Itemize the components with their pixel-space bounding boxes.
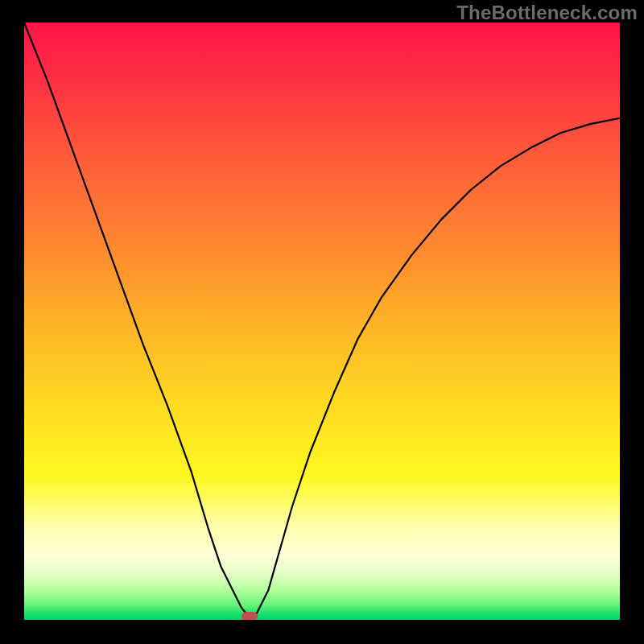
bottleneck-curve-line xyxy=(24,23,620,617)
watermark-text: TheBottleneck.com xyxy=(456,2,638,24)
optimal-point-marker xyxy=(242,612,258,620)
curve-svg xyxy=(24,23,620,620)
plot-area xyxy=(24,23,620,620)
chart-frame: TheBottleneck.com xyxy=(0,0,644,644)
